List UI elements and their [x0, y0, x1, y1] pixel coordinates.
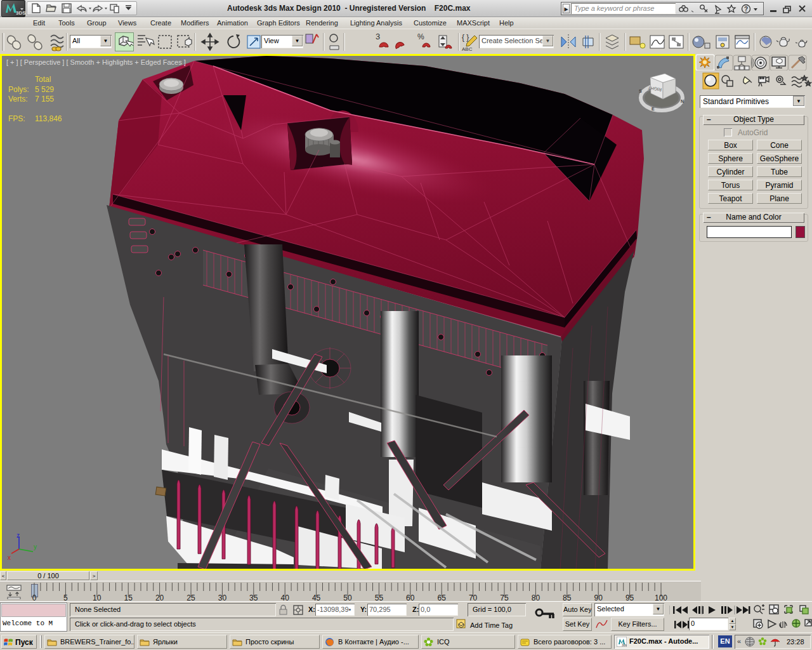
svg-text:x: x — [8, 554, 11, 561]
svg-text:3ds: 3ds — [622, 643, 627, 647]
svg-text:E: E — [652, 107, 655, 111]
svg-text:S: S — [639, 89, 642, 93]
svg-text:ABC: ABC — [462, 46, 473, 52]
svg-text:{ }: { } — [462, 33, 469, 42]
svg-text:%: % — [417, 32, 424, 41]
svg-text:z: z — [16, 533, 20, 539]
svg-text:?: ? — [744, 6, 748, 13]
svg-text:N: N — [681, 99, 684, 103]
svg-text:y: y — [34, 543, 37, 550]
svg-text:3: 3 — [376, 32, 380, 41]
